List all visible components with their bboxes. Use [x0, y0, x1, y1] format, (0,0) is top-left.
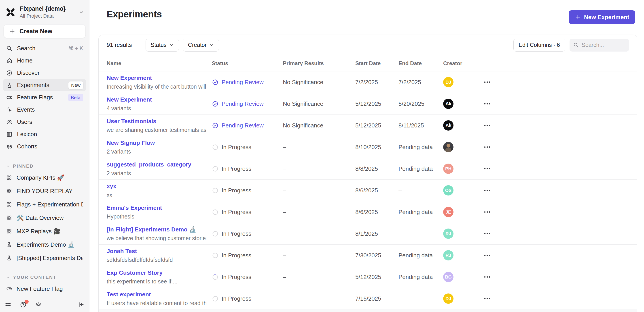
row-actions-button[interactable]	[484, 230, 499, 237]
sidebar-item-users[interactable]: Users	[3, 116, 86, 128]
status-cell: In Progress	[212, 295, 283, 302]
row-actions-button[interactable]	[484, 252, 499, 259]
sidebar-item-company-kpis[interactable]: Company KPIs 🚀	[3, 171, 86, 184]
experiment-link[interactable]: Emma's Experiment	[107, 204, 206, 211]
end-date-cell: Pending data	[398, 144, 443, 151]
status-filter-button[interactable]: Status	[146, 39, 179, 52]
sidebar-item-feature-flags[interactable]: Feature FlagsBeta	[3, 91, 86, 104]
start-date-cell: 5/12/2025	[355, 274, 398, 281]
sidebar-item-experiments-demo[interactable]: Experiments Demo 🔬	[3, 238, 86, 251]
creator-cell: Ak	[443, 120, 484, 131]
kebab-menu-icon	[484, 208, 491, 216]
status-label: Pending Review	[222, 100, 264, 107]
sidebar-item-search[interactable]: Search⌘ + K	[3, 42, 86, 54]
row-actions-button[interactable]	[484, 273, 499, 281]
row-actions-button[interactable]	[484, 143, 499, 151]
avatar[interactable]: DJ	[443, 294, 454, 304]
search-input[interactable]	[582, 42, 626, 48]
experiment-link[interactable]: User Testimonials	[107, 118, 206, 125]
create-new-label: Create New	[20, 28, 52, 35]
creator-cell: DJ	[443, 77, 484, 87]
section-header-your-content[interactable]: YOUR CONTENT	[0, 272, 89, 282]
sidebar-item-events[interactable]: Events	[3, 104, 86, 116]
sidebar-item-discover[interactable]: Discover	[3, 67, 86, 79]
avatar[interactable]: PH	[443, 163, 454, 174]
new-experiment-label: New Experiment	[584, 14, 629, 21]
table-footer-strip	[98, 309, 637, 312]
new-experiment-button[interactable]: New Experiment	[569, 10, 635, 24]
experiment-link[interactable]: Test experiment	[107, 291, 206, 298]
avatar[interactable]: OS	[443, 185, 454, 195]
name-cell: New Signup Flow2 variants	[107, 140, 212, 155]
create-new-button[interactable]: Create New	[4, 24, 86, 38]
collapse-sidebar-icon[interactable]	[78, 301, 85, 308]
primary-results-cell: –	[283, 230, 355, 237]
sidebar-item-label: Search	[17, 45, 35, 52]
table-row: Jonah TestsdfdsfdsfsdfdffdfdsfsdfdsfdIn …	[98, 245, 637, 266]
experiment-link[interactable]: New Experiment	[107, 75, 206, 81]
name-cell: Exp Customer Storythis experiment is to …	[107, 269, 212, 285]
sidebar-item-label: Events	[17, 106, 35, 113]
sidebar-item-label: Company KPIs 🚀	[16, 174, 64, 181]
row-actions-button[interactable]	[484, 165, 499, 172]
avatar-photo[interactable]	[443, 142, 454, 152]
experiment-link[interactable]: [In Flight] Experiments Demo 🔬	[107, 226, 206, 233]
avatar[interactable]: Ak	[443, 99, 454, 109]
sidebar-item-cohorts[interactable]: Cohorts	[3, 140, 86, 153]
settings-gear-icon[interactable]	[35, 301, 42, 308]
avatar[interactable]: RJ	[443, 229, 454, 239]
experiment-link[interactable]: New Signup Flow	[107, 140, 206, 147]
status-label: In Progress	[222, 187, 251, 194]
status-circle-icon	[212, 165, 219, 172]
avatar[interactable]: Ak	[443, 120, 454, 131]
experiment-link[interactable]: Jonah Test	[107, 248, 206, 255]
row-actions-button[interactable]	[484, 100, 499, 108]
sidebar-item-find-your-replay[interactable]: FIND YOUR REPLAY	[3, 184, 86, 198]
avatar[interactable]: JE	[443, 207, 454, 217]
start-date-cell: 8/8/2025	[355, 165, 398, 172]
name-cell: User Testimonialswe are sharing customer…	[107, 118, 212, 133]
apps-grid-icon[interactable]	[4, 301, 12, 308]
status-cell: Pending Review	[212, 122, 283, 129]
experiment-link[interactable]: Exp Customer Story	[107, 269, 206, 276]
avatar[interactable]: BG	[443, 272, 454, 282]
row-actions-button[interactable]	[484, 208, 499, 216]
avatar[interactable]: DJ	[443, 77, 454, 87]
sidebar-item-new-feature-flag[interactable]: New Feature Flag	[3, 282, 86, 296]
status-circle-icon	[212, 252, 219, 259]
creator-filter-button[interactable]: Creator	[183, 39, 219, 52]
avatar[interactable]: RJ	[443, 250, 454, 260]
sidebar-item-home[interactable]: Home	[3, 54, 86, 67]
start-date-cell: 7/30/2025	[355, 252, 398, 259]
primary-results-cell: –	[283, 295, 355, 302]
sidebar-item-shipped-experiments-demo[interactable]: [Shipped] Experiments Demo 🖊️	[3, 251, 86, 265]
experiment-link[interactable]: New Experiment	[107, 96, 206, 103]
section-title: PINNED	[13, 163, 34, 169]
primary-results-cell: –	[283, 187, 355, 194]
start-date-cell: 7/2/2025	[355, 79, 398, 86]
sidebar-item-experiments[interactable]: ExperimentsNew	[3, 79, 86, 91]
sidebar-item-mxp-replays[interactable]: MXP Replays 🎥	[3, 224, 86, 238]
creator-cell	[443, 142, 484, 152]
row-actions-button[interactable]	[484, 295, 499, 303]
sidebar-item-flags-experimentation-demo[interactable]: Flags + Experimentation Demo 🧪	[3, 198, 86, 211]
row-actions-button[interactable]	[484, 122, 499, 129]
edit-columns-button[interactable]: Edit Columns · 6	[514, 39, 565, 52]
flask-icon	[6, 241, 12, 248]
row-actions-button[interactable]	[484, 78, 499, 86]
column-header-name: Name	[107, 60, 212, 66]
experiment-link[interactable]: suggested_products_category	[107, 161, 206, 168]
workspace-switcher[interactable]: Fixpanel {demo} All Project Data	[0, 0, 89, 23]
help-icon[interactable]	[20, 301, 27, 308]
status-label: In Progress	[222, 252, 251, 259]
section-header-pinned[interactable]: PINNED	[0, 161, 89, 171]
status-cell: In Progress	[212, 165, 283, 172]
experiment-description: 2 variants	[107, 170, 206, 176]
primary-results-cell: –	[283, 144, 355, 151]
end-date-cell: Pending data	[398, 209, 443, 216]
creator-cell: PH	[443, 163, 484, 174]
experiment-link[interactable]: xyx	[107, 183, 206, 190]
row-actions-button[interactable]	[484, 186, 499, 194]
sidebar-item-data-overview[interactable]: 🛠️ Data Overview	[3, 211, 86, 224]
sidebar-item-lexicon[interactable]: Lexicon	[3, 128, 86, 140]
